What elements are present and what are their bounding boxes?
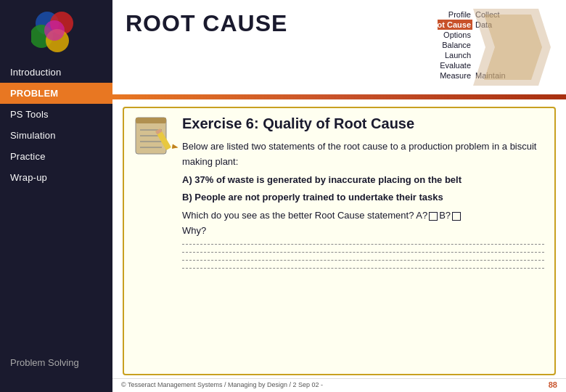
sidebar-item-problem[interactable]: PROBLEM [0,83,112,104]
svg-point-4 [44,20,65,41]
answer-line-4 [182,268,544,269]
exercise-question-text: Which do you see as the better Root Caus… [182,208,427,224]
svg-text:Balance: Balance [442,41,471,49]
svg-text:Profile: Profile [448,10,471,19]
svg-text:Measure: Measure [440,71,471,80]
exercise-intro: Below are listed two statements of the r… [182,139,544,170]
sidebar: Introduction PROBLEM PS Tools Simulation… [0,0,112,392]
sidebar-item-simulation[interactable]: Simulation [0,125,112,146]
checkbox-b[interactable] [452,212,461,221]
exercise-option-b: B) People are not properly trained to un… [182,190,544,205]
sidebar-bottom-label: Problem Solving [0,352,112,373]
svg-text:Launch: Launch [445,51,471,60]
svg-text:Options: Options [443,30,471,39]
footer-page: 88 [549,380,557,389]
page-title: ROOT CAUSE [126,10,287,37]
svg-text:Evaluate: Evaluate [440,61,471,70]
main-content: ROOT CAUSE Profile Root Cause Options Ba… [112,0,566,392]
exercise-icon [130,114,179,158]
nav-diagram: Profile Root Cause Options Balance Launc… [411,7,553,90]
logo-area [0,0,112,62]
logo-icon [31,9,82,56]
checkbox-a[interactable] [429,212,438,221]
content-area: Exercise 6: Quality of Root Cause Below … [112,99,566,378]
sidebar-item-introduction[interactable]: Introduction [0,62,112,83]
footer-copyright: © Tesseract Management Systems / Managin… [121,381,323,388]
answer-line-3 [182,260,544,261]
exercise-why: Why? [182,224,544,239]
svg-marker-26 [170,142,178,150]
sidebar-nav: Introduction PROBLEM PS Tools Simulation… [0,62,112,188]
footer: © Tesseract Management Systems / Managin… [112,378,566,392]
sidebar-item-ps-tools[interactable]: PS Tools [0,104,112,125]
answer-line-1 [182,244,544,245]
exercise-title: Exercise 6: Quality of Root Cause [182,115,544,132]
nav-diagram-svg: Profile Root Cause Options Balance Launc… [411,7,553,87]
divider-bar [112,94,566,99]
sidebar-item-wrap-up[interactable]: Wrap-up [0,167,112,188]
exercise-question-row: Which do you see as the better Root Caus… [182,208,544,224]
answer-line-2 [182,252,544,253]
exercise-option-a: A) 37% of waste is generated by inaccura… [182,173,544,188]
svg-text:Root Cause: Root Cause [427,20,471,29]
header: ROOT CAUSE Profile Root Cause Options Ba… [112,0,566,90]
sidebar-item-practice[interactable]: Practice [0,146,112,167]
svg-rect-19 [136,118,166,123]
exercise-box: Exercise 6: Quality of Root Cause Below … [123,107,556,375]
exercise-text: Below are listed two statements of the r… [182,139,544,269]
